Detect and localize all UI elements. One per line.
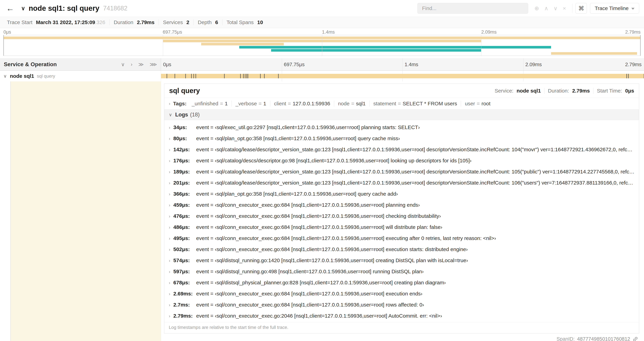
log-entry[interactable]: › 495μs: event = ‹sql/conn_executor_exec…	[164, 233, 639, 244]
log-entry[interactable]: › 34μs: event = ‹sql/exec_util.go:2297 […	[164, 122, 639, 133]
log-event-tick[interactable]	[240, 74, 241, 78]
log-event-tick[interactable]	[264, 74, 265, 78]
log-event-tick[interactable]	[628, 74, 629, 78]
trace-id: 7418682	[103, 5, 128, 12]
tag-value: SELECT * FROM users	[403, 101, 457, 106]
log-message: event = ‹sql/distsql_physical_planner.go…	[196, 277, 446, 288]
log-entry[interactable]: › 597μs: event = ‹sql/distsql_running.go…	[164, 266, 639, 277]
log-entry[interactable]: › 189μs: event = ‹sql/catalog/lease/desc…	[164, 166, 639, 177]
log-entry[interactable]: › 2.79ms: event = ‹sql/conn_executor_exe…	[164, 310, 639, 321]
log-event-tick[interactable]	[626, 74, 627, 78]
ruler-tick-label: 2.09ms	[481, 30, 497, 35]
trace-summary-item: Total Spans 10	[222, 20, 267, 25]
previous-result-icon[interactable]: ∧	[544, 5, 548, 12]
log-entry[interactable]: › 366μs: event = ‹sql/plan_opt.go:358 [n…	[164, 188, 639, 199]
header-controls: ⊕ ∧ ∨ × ⌘ Trace Timeline	[418, 3, 639, 14]
clear-search-icon[interactable]: ×	[563, 5, 566, 12]
log-entry[interactable]: › 459μs: event = ‹sql/conn_executor_exec…	[164, 199, 639, 210]
log-entry[interactable]: › 678μs: event = ‹sql/distsql_physical_p…	[164, 277, 639, 288]
log-event-tick[interactable]	[246, 74, 247, 78]
summary-label: Total Spans	[226, 20, 254, 25]
log-entry[interactable]: › 2.69ms: event = ‹sql/conn_executor_exe…	[164, 288, 639, 299]
log-timestamp: 597μs:	[173, 266, 196, 277]
tag-key: client	[274, 101, 286, 106]
log-event-tick[interactable]	[224, 74, 225, 78]
summary-value: March 31 2022, 17:25:09	[36, 20, 95, 25]
chevron-right-icon: ›	[169, 277, 170, 288]
chevron-right-icon: ›	[169, 233, 170, 244]
chevron-right-icon: ›	[169, 310, 170, 321]
span-operation-name: sql query	[37, 74, 55, 79]
log-event-tick[interactable]	[278, 74, 279, 78]
chevron-right-icon: ›	[169, 101, 170, 106]
keyboard-shortcuts-button[interactable]: ⌘	[576, 3, 587, 14]
log-entry[interactable]: › 176μs: event = ‹sql/catalog/descs/desc…	[164, 155, 639, 166]
tags-section[interactable]: › Tags: _unfinished=1 _verbose=1 c	[164, 98, 639, 110]
minimap-canvas[interactable]	[4, 35, 640, 56]
log-entry[interactable]: › 574μs: event = ‹sql/distsql_running.go…	[164, 255, 639, 266]
next-result-icon[interactable]: ∨	[554, 5, 558, 12]
span-timeline-cell[interactable]	[161, 71, 644, 82]
log-message: event = ‹sql/catalog/lease/descriptor_ve…	[196, 166, 634, 177]
log-entry[interactable]: › 201μs: event = ‹sql/catalog/lease/desc…	[164, 177, 639, 188]
log-event-tick[interactable]	[243, 74, 244, 78]
log-entry[interactable]: › 476μs: event = ‹sql/conn_executor_exec…	[164, 210, 639, 222]
ruler-tick-label: 1.4ms	[322, 30, 335, 35]
tag-key: node	[338, 101, 350, 106]
ruler-tick-label: 2.09ms	[526, 62, 542, 67]
find-input[interactable]	[418, 3, 528, 14]
service-operation-header: Service & Operation ∨ › ≫ ⋙	[0, 58, 161, 71]
meta-label: Start Time:	[597, 88, 622, 94]
minimap-gridline	[322, 35, 322, 56]
minimap-span-bar	[201, 43, 284, 45]
trace-title-collapse-icon[interactable]: ∨	[21, 5, 25, 12]
span-name-cell[interactable]: ∨ node sql1 sql query	[0, 71, 161, 82]
chevron-right-icon: ›	[169, 266, 170, 277]
log-entry[interactable]: › 80μs: event = ‹sql/plan_opt.go:358 [ns…	[164, 133, 639, 144]
span-service-name: node sql1	[10, 73, 34, 79]
log-event-tick[interactable]	[260, 74, 261, 78]
collapse-one-icon[interactable]: ∨	[121, 61, 125, 67]
log-message: event = ‹sql/conn_executor_exec.go:684 […	[196, 222, 442, 233]
expand-one-icon[interactable]: ›	[131, 61, 132, 67]
span-children-collapse-icon[interactable]: ∨	[4, 74, 7, 79]
tag-key: _verbose	[236, 101, 257, 106]
locate-icon[interactable]: ⊕	[534, 5, 539, 12]
span-detail-card: sql query Service: node sql1 Duration: 2…	[164, 84, 639, 333]
log-message: event = ‹sql/conn_executor_exec.go:684 […	[196, 244, 468, 255]
logs-list: › 34μs: event = ‹sql/exec_util.go:2297 […	[164, 120, 639, 322]
log-message: event = ‹sql/conn_executor_exec.go:684 […	[196, 299, 424, 310]
log-event-tick[interactable]	[194, 74, 194, 78]
log-entry[interactable]: › 486μs: event = ‹sql/conn_executor_exec…	[164, 222, 639, 233]
chevron-right-icon: ›	[169, 255, 170, 266]
deep-link-icon[interactable]	[632, 336, 638, 341]
log-event-tick[interactable]	[191, 74, 192, 78]
log-event-tick[interactable]	[196, 74, 196, 78]
trace-view-dropdown[interactable]: Trace Timeline	[590, 3, 639, 14]
log-message: event = ‹sql/distsql_running.go:1420 [ns…	[196, 255, 468, 266]
log-event-tick[interactable]	[245, 74, 246, 78]
span-id-value: 4877749850101760812	[577, 336, 630, 341]
log-timestamp: 574μs:	[173, 255, 196, 266]
back-arrow-icon[interactable]: ←	[6, 4, 14, 13]
log-timestamp: 189μs:	[173, 166, 196, 177]
log-timestamp: 2.7ms:	[173, 299, 196, 310]
logs-section-header[interactable]: ∨ Logs (18)	[164, 110, 639, 120]
log-event-tick[interactable]	[186, 74, 186, 78]
log-entry[interactable]: › 502μs: event = ‹sql/conn_executor_exec…	[164, 244, 639, 255]
log-timestamp: 678μs:	[173, 277, 196, 288]
chevron-right-icon: ›	[169, 189, 170, 199]
span-detail-left-column	[0, 82, 161, 341]
log-event-tick[interactable]	[248, 74, 248, 78]
log-entry[interactable]: › 142μs: event = ‹sql/catalog/lease/desc…	[164, 144, 639, 155]
log-timestamp: 476μs:	[173, 210, 196, 222]
log-event-tick[interactable]	[166, 74, 167, 78]
log-message: event = ‹sql/catalog/lease/descriptor_ve…	[196, 144, 634, 155]
log-event-tick[interactable]	[175, 74, 175, 78]
ruler-tick-label: 0μs	[4, 30, 11, 35]
log-entry[interactable]: › 2.7ms: event = ‹sql/conn_executor_exec…	[164, 299, 639, 310]
span-bar[interactable]	[161, 74, 644, 78]
expand-all-icon[interactable]: ⋙	[150, 61, 157, 67]
collapse-all-icon[interactable]: ≫	[138, 61, 144, 67]
chevron-down-icon: ∨	[169, 112, 172, 118]
